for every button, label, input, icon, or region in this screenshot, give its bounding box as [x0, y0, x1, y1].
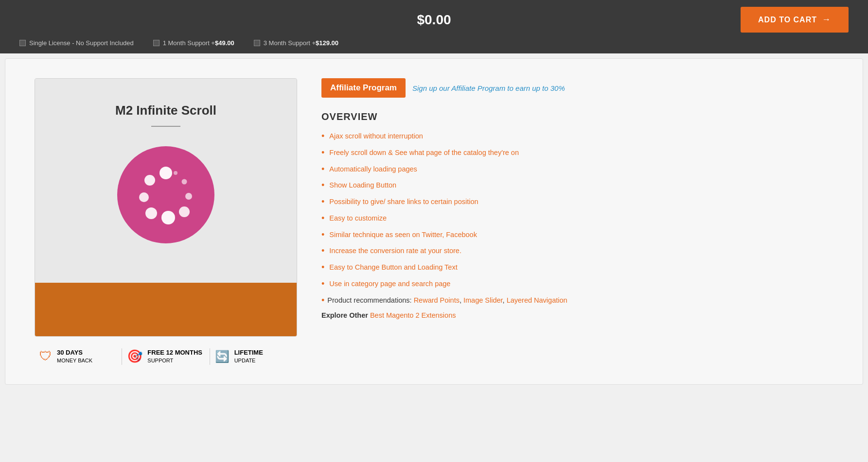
license-single-label: Single License - No Support Included [29, 39, 134, 47]
arrow-icon: → [822, 15, 831, 25]
bullet-icon: • [321, 279, 324, 290]
svg-point-2 [139, 192, 149, 202]
recommendations-prefix: Product recommendations: [327, 296, 413, 304]
spinner-svg [134, 163, 197, 226]
affiliate-row: Affiliate Program Sign up our Affiliate … [321, 78, 833, 98]
left-panel: M2 Infinite Scroll [35, 78, 297, 365]
feature-text: Increase the conversion rate at your sto… [329, 246, 461, 257]
license-3month-label: 3 Month Support +$129.00 [264, 39, 338, 47]
overview-title: OVERVIEW [321, 111, 833, 122]
license-checkbox-3month[interactable] [254, 40, 260, 46]
badge-days-label: 30 DAYS [57, 348, 92, 357]
bullet-icon: • [321, 197, 324, 207]
product-image-card: M2 Infinite Scroll [35, 78, 297, 337]
spinner-graphic [117, 146, 214, 243]
feature-list: • Ajax scroll without interruption • Fre… [321, 131, 833, 290]
feature-text: Automatically loading pages [329, 164, 417, 175]
list-item: • Freely scroll down & See what page of … [321, 148, 833, 158]
list-item: • Ajax scroll without interruption [321, 131, 833, 142]
product-image-top: M2 Infinite Scroll [35, 79, 297, 283]
svg-point-8 [174, 171, 177, 175]
license-option-single[interactable]: Single License - No Support Included [19, 39, 134, 47]
badge-support-label: SUPPORT [147, 358, 173, 363]
price-display: $0.00 [296, 12, 572, 28]
list-item: • Show Loading Button [321, 180, 833, 191]
bullet-icon: • [321, 164, 324, 175]
bullet-icon: • [321, 246, 324, 257]
badge-money-back-text: 30 DAYS MONEY BACK [57, 348, 92, 365]
badge-support-text: FREE 12 MONTHS SUPPORT [147, 348, 202, 365]
list-item: • Possibility to give/ share links to ce… [321, 197, 833, 207]
svg-point-3 [145, 207, 157, 219]
shield-icon: 🛡 [39, 349, 52, 364]
bullet-icon: • [321, 262, 324, 273]
bullet-icon: • [321, 230, 324, 240]
bullet-icon: • [321, 131, 324, 142]
recommendations-label: Product recommendations: Reward Points, … [327, 296, 567, 304]
license-option-3month[interactable]: 3 Month Support +$129.00 [254, 39, 338, 47]
recommendation-link-layered[interactable]: Layered Navigation [507, 296, 567, 304]
list-item: • Increase the conversion rate at your s… [321, 246, 833, 257]
bullet-icon: • [321, 213, 324, 224]
recommendations-row: • Product recommendations: Reward Points… [321, 295, 833, 306]
svg-point-6 [185, 193, 192, 200]
recommendation-link-slider[interactable]: Image Slider [463, 296, 503, 304]
feature-text: Similar technique as seen on Twitter, Fa… [329, 230, 477, 240]
add-to-cart-button[interactable]: ADD TO CART → [741, 7, 849, 33]
badge-money-back-label: MONEY BACK [57, 358, 92, 363]
badge-money-back: 🛡 30 DAYS MONEY BACK [35, 348, 122, 365]
affiliate-link[interactable]: Sign up our Affiliate Program to earn up… [412, 84, 565, 92]
explore-row: Explore Other Best Magento 2 Extensions [321, 311, 833, 319]
list-item: • Automatically loading pages [321, 164, 833, 175]
bullet-icon: • [321, 180, 324, 191]
explore-prefix: Explore Other [321, 311, 370, 319]
badge-update-label: UPDATE [234, 358, 256, 363]
badges-row: 🛡 30 DAYS MONEY BACK 🎯 FREE 12 MONTHS SU… [35, 348, 297, 365]
feature-text: Ajax scroll without interruption [329, 131, 423, 142]
license-1month-label: 1 Month Support +$49.00 [163, 39, 234, 47]
top-bar: $0.00 ADD TO CART → [0, 0, 868, 39]
product-image-title: M2 Infinite Scroll [115, 103, 216, 118]
list-item: • Easy to Change Button and Loading Text [321, 262, 833, 273]
license-checkbox-1month[interactable] [153, 40, 159, 46]
badge-lifetime-label: LIFETIME [234, 348, 263, 357]
list-item: • Easy to customize [321, 213, 833, 224]
affiliate-badge: Affiliate Program [321, 78, 406, 98]
product-image-bottom [35, 283, 297, 336]
bullet-icon: • [321, 148, 324, 158]
feature-text: Easy to Change Button and Loading Text [329, 262, 457, 273]
feature-text: Freely scroll down & See what page of th… [329, 148, 519, 158]
license-checkbox-single[interactable] [19, 40, 26, 46]
svg-point-4 [161, 211, 175, 224]
list-item: • Similar technique as seen on Twitter, … [321, 230, 833, 240]
badge-update: 🔄 LIFETIME UPDATE [210, 348, 297, 365]
badge-update-text: LIFETIME UPDATE [234, 348, 263, 365]
feature-text: Possibility to give/ share links to cert… [329, 197, 478, 207]
bullet-icon: • [321, 295, 324, 306]
list-item: • Use in category page and search page [321, 279, 833, 290]
feature-text: Use in category page and search page [329, 279, 450, 290]
lifebuoy-icon: 🎯 [127, 349, 142, 364]
feature-text: Show Loading Button [329, 180, 396, 191]
svg-point-7 [182, 179, 187, 185]
license-bar: Single License - No Support Included 1 M… [0, 39, 868, 53]
svg-point-5 [179, 206, 190, 217]
badge-support-months-label: FREE 12 MONTHS [147, 348, 202, 357]
main-content: M2 Infinite Scroll [5, 58, 863, 385]
refresh-icon: 🔄 [215, 350, 230, 363]
badge-support: 🎯 FREE 12 MONTHS SUPPORT [122, 348, 209, 365]
feature-text: Easy to customize [329, 213, 387, 224]
explore-link[interactable]: Best Magento 2 Extensions [370, 311, 456, 319]
right-panel: Affiliate Program Sign up our Affiliate … [321, 78, 833, 365]
svg-point-1 [144, 175, 155, 186]
title-divider [151, 126, 180, 127]
svg-point-0 [159, 167, 172, 179]
add-to-cart-label: ADD TO CART [758, 16, 817, 24]
license-option-1month[interactable]: 1 Month Support +$49.00 [153, 39, 234, 47]
recommendation-link-reward[interactable]: Reward Points [414, 296, 460, 304]
